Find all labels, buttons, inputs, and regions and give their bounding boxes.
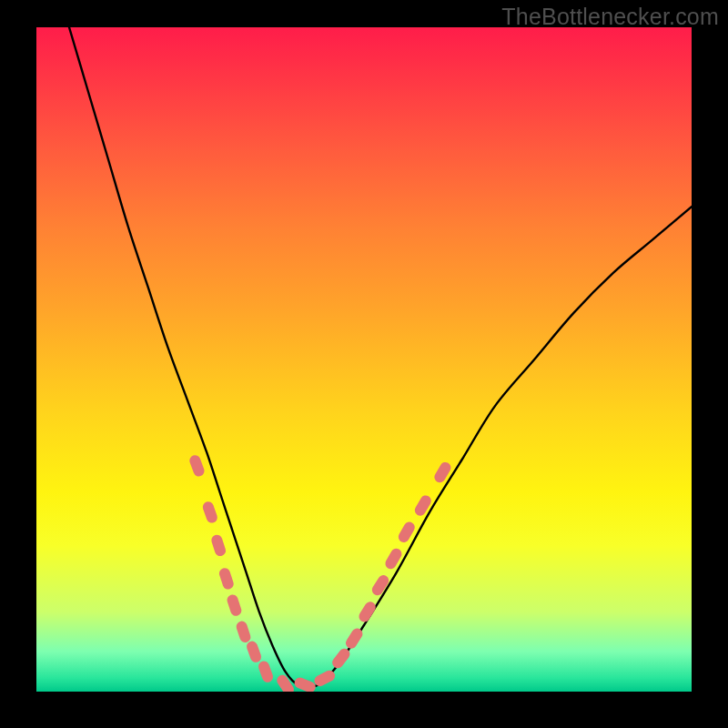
svg-rect-4	[226, 593, 243, 618]
svg-rect-9	[293, 676, 318, 692]
svg-rect-5	[235, 620, 252, 644]
svg-rect-13	[357, 600, 378, 624]
svg-rect-3	[217, 567, 235, 592]
curve-marker	[293, 676, 318, 692]
curve-marker	[226, 593, 243, 618]
svg-rect-17	[413, 493, 433, 518]
watermark-text: TheBottlenecker.com	[501, 4, 719, 30]
curve-marker	[245, 640, 262, 664]
chart-svg	[36, 27, 692, 692]
curve-marker	[217, 567, 235, 592]
svg-rect-1	[201, 500, 218, 525]
svg-rect-6	[245, 640, 262, 664]
plot-area	[36, 27, 692, 692]
curve-marker	[413, 493, 433, 518]
svg-rect-2	[210, 533, 228, 558]
chart-frame: TheBottlenecker.com	[0, 0, 728, 728]
curve-marker	[201, 500, 218, 525]
curve-marker	[235, 620, 252, 644]
svg-rect-0	[188, 453, 207, 478]
curve-marker	[210, 533, 228, 558]
svg-rect-7	[257, 660, 274, 684]
curve-marker	[188, 453, 207, 478]
curve-marker	[257, 660, 274, 684]
curve-marker	[357, 600, 378, 624]
